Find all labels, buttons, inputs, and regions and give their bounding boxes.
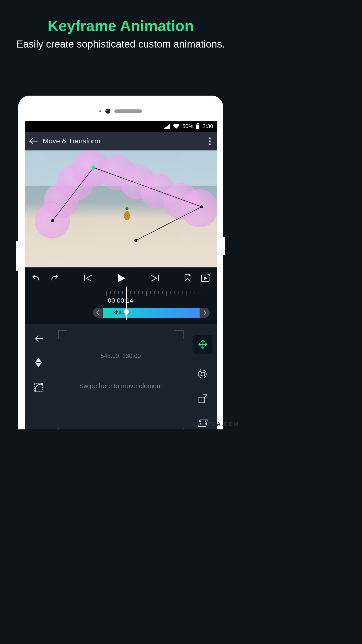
frame-corner-icon <box>174 428 184 429</box>
svg-point-20 <box>34 390 36 391</box>
wifi-icon <box>173 124 180 129</box>
close-panel-button[interactable] <box>34 335 43 342</box>
swipe-move-area[interactable]: 548.00, 130.00 Swipe here to move elemen… <box>55 330 187 429</box>
back-button[interactable] <box>29 138 38 145</box>
redo-button[interactable] <box>50 275 59 281</box>
position-coordinates: 548.00, 130.00 <box>101 352 141 359</box>
timeline-ruler <box>25 289 217 297</box>
right-tool-rail <box>189 324 217 429</box>
timeline[interactable]: 00:00:14 Shape <box>25 289 217 324</box>
preview-canvas[interactable] <box>25 150 217 267</box>
clip-row[interactable]: Shape <box>25 307 217 319</box>
status-bar: 50% 2:30 <box>25 121 217 132</box>
sensor-dot <box>99 110 101 112</box>
svg-line-26 <box>204 395 206 398</box>
next-clip-button[interactable] <box>200 308 210 318</box>
motion-path <box>25 150 217 267</box>
edit-panel: 548.00, 130.00 Swipe here to move elemen… <box>25 324 217 429</box>
add-keyframe-button[interactable] <box>184 274 191 282</box>
cellular-icon <box>164 124 170 129</box>
frame-corner-icon <box>174 330 184 339</box>
svg-marker-15 <box>204 277 207 279</box>
scale-tool-button[interactable] <box>198 394 208 404</box>
device-frame: 50% 2:30 Move & Transform <box>18 96 223 429</box>
watermark-text: MODPDA.COM <box>192 421 239 427</box>
app-screen: 50% 2:30 Move & Transform <box>25 121 217 429</box>
app-bar: Move & Transform <box>25 132 217 150</box>
svg-rect-25 <box>199 397 204 403</box>
prev-clip-button[interactable] <box>93 308 103 318</box>
svg-point-6 <box>92 166 96 170</box>
svg-rect-24 <box>201 372 205 376</box>
timecode-display: 00:00:14 <box>25 297 217 307</box>
ease-curve-button[interactable] <box>34 383 43 392</box>
next-keyframe-button[interactable] <box>151 275 159 282</box>
left-tool-rail <box>25 324 52 429</box>
speaker-grill <box>114 109 142 113</box>
svg-point-5 <box>51 219 54 222</box>
device-side-button-left <box>16 241 18 271</box>
battery-icon <box>196 123 200 129</box>
swipe-hint-text: Swipe here to move element <box>79 382 162 390</box>
svg-point-7 <box>200 205 203 208</box>
device-side-button-right <box>223 237 225 255</box>
fullscreen-preview-button[interactable] <box>201 274 210 282</box>
front-camera <box>105 109 110 114</box>
play-button[interactable] <box>117 273 126 283</box>
svg-point-8 <box>134 239 137 242</box>
screen-title: Move & Transform <box>43 137 202 145</box>
svg-rect-11 <box>158 275 159 281</box>
hero-subtitle: Easily create sophisticated custom anima… <box>0 34 241 51</box>
svg-marker-0 <box>164 124 170 129</box>
svg-rect-9 <box>84 275 85 281</box>
frame-corner-icon <box>58 330 67 339</box>
move-tool-button[interactable] <box>193 335 212 354</box>
svg-marker-10 <box>118 274 125 283</box>
svg-rect-3 <box>196 125 199 129</box>
rotate-tool-button[interactable] <box>198 369 208 379</box>
hero-title: Keyframe Animation <box>0 0 241 34</box>
battery-percent: 50% <box>182 123 193 130</box>
status-time: 2:30 <box>202 123 213 130</box>
undo-button[interactable] <box>32 275 40 281</box>
device-notch <box>25 109 217 114</box>
svg-point-21 <box>41 383 42 385</box>
frame-corner-icon <box>58 428 67 429</box>
more-menu-button[interactable] <box>207 137 213 145</box>
keyframe-tool-button[interactable] <box>34 357 42 368</box>
transport-bar <box>25 267 217 289</box>
prev-keyframe-button[interactable] <box>84 275 92 282</box>
